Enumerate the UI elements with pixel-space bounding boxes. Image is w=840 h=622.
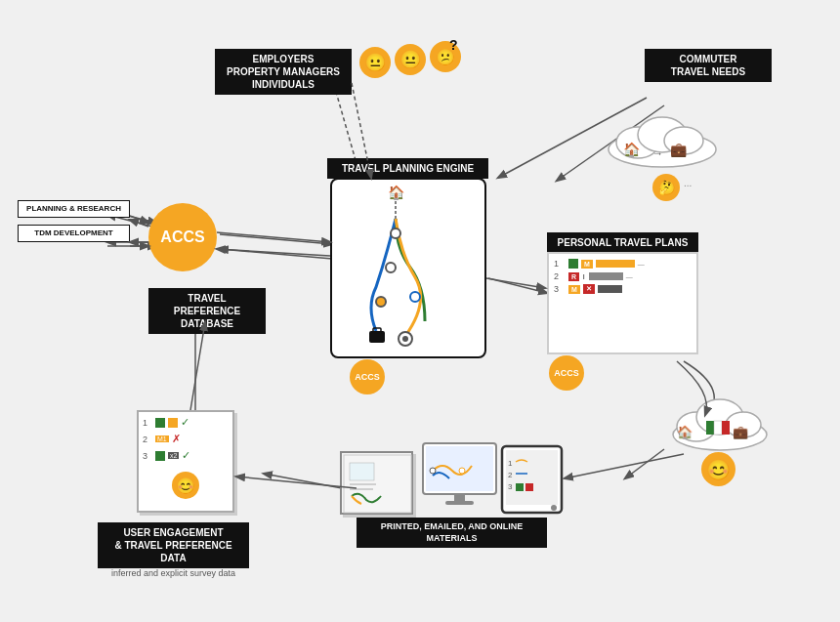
- face-survey: 😊: [172, 472, 199, 499]
- planning-research-label: PLANNING & RESEARCH: [18, 200, 130, 218]
- svg-rect-53: [516, 483, 524, 491]
- travel-planning-engine-label: TRAVEL PLANNING ENGINE: [327, 158, 488, 179]
- face-thinking: 🤔: [652, 174, 680, 201]
- accs-main-circle: ACCS: [148, 203, 217, 271]
- face-happy: 😊: [701, 452, 735, 486]
- svg-point-28: [402, 336, 408, 342]
- svg-rect-35: [714, 421, 722, 435]
- thought-dots: ...: [684, 178, 692, 188]
- cloud-commute: 🏠 → 💼: [604, 105, 721, 169]
- svg-point-23: [376, 297, 386, 307]
- travel-preference-db-label: TRAVEL PREFERENCE DATABASE: [148, 288, 266, 334]
- svg-rect-34: [706, 421, 714, 435]
- svg-rect-36: [722, 421, 730, 435]
- svg-point-45: [459, 468, 465, 474]
- plan-row-3: 3 M ✕: [554, 284, 692, 294]
- employers-label: EMPLOYERS PROPERTY MANAGERS INDIVIDUALS: [215, 49, 352, 95]
- accs-small-plans: ACCS: [549, 355, 584, 391]
- svg-rect-46: [454, 494, 465, 502]
- face-1: 😐: [359, 47, 391, 78]
- svg-text:🏠: 🏠: [388, 185, 405, 201]
- face-2: 😐: [395, 44, 426, 75]
- svg-point-21: [391, 228, 400, 238]
- svg-line-59: [565, 454, 684, 478]
- cloud-personal: 🏠 💼: [669, 386, 772, 452]
- svg-line-2: [488, 278, 547, 293]
- svg-text:💼: 💼: [733, 424, 749, 440]
- tdm-development-label: TDM DEVELOPMENT: [18, 225, 130, 242]
- accs-small-phone: ACCS: [350, 359, 385, 394]
- svg-point-55: [551, 505, 557, 511]
- user-engagement-label: USER ENGAGEMENT & TRAVEL PREFERENCE DATA: [98, 522, 249, 568]
- diagram-container: EMPLOYERS PROPERTY MANAGERS INDIVIDUALS …: [0, 0, 840, 622]
- phone-travel-engine: 🏠: [330, 178, 486, 358]
- material-tablet: 1 2 3: [500, 444, 564, 515]
- svg-line-63: [217, 249, 330, 256]
- svg-text:1: 1: [508, 459, 513, 468]
- svg-line-6: [220, 234, 332, 244]
- material-monitor: [418, 441, 501, 515]
- commuter-travel-needs-label: COMMUTER TRAVEL NEEDS: [645, 49, 772, 82]
- svg-point-44: [430, 468, 436, 474]
- svg-line-61: [190, 322, 205, 410]
- svg-text:🏠: 🏠: [677, 424, 693, 440]
- svg-line-65: [130, 216, 148, 223]
- svg-text:💼: 💼: [670, 142, 688, 158]
- svg-line-64: [130, 220, 148, 227]
- svg-text:2: 2: [508, 471, 513, 479]
- svg-line-3: [625, 449, 664, 478]
- svg-line-57: [486, 278, 545, 288]
- svg-rect-49: [506, 450, 558, 505]
- svg-text:→: →: [652, 147, 663, 159]
- inferred-subtitle: inferred and explicit survey data: [98, 568, 249, 578]
- svg-rect-47: [445, 501, 474, 505]
- svg-line-62: [217, 232, 330, 242]
- svg-point-22: [386, 263, 396, 272]
- question-mark: ?: [449, 37, 458, 53]
- svg-rect-39: [350, 463, 374, 480]
- plan-row-2: 2 R l —: [554, 271, 692, 281]
- svg-text:🏠: 🏠: [623, 142, 641, 158]
- survey-sheet: 1 ✓ 2 M1 ✗ 3 x2 ✓ 😊: [137, 410, 234, 513]
- plan-row-1: 1 M —: [554, 259, 692, 269]
- personal-plans-card: 1 M — 2 R l — 3 M ✕: [547, 252, 698, 354]
- svg-text:3: 3: [508, 482, 513, 491]
- personal-travel-plans-label: PERSONAL TRAVEL PLANS: [547, 232, 698, 253]
- svg-point-24: [410, 292, 420, 302]
- svg-line-7: [220, 249, 332, 259]
- printed-materials-label: PRINTED, EMAILED, AND ONLINE MATERIALS: [357, 518, 547, 548]
- material-paper: [340, 451, 413, 515]
- svg-rect-54: [525, 483, 533, 491]
- svg-line-60: [236, 477, 357, 488]
- svg-line-4: [264, 474, 342, 488]
